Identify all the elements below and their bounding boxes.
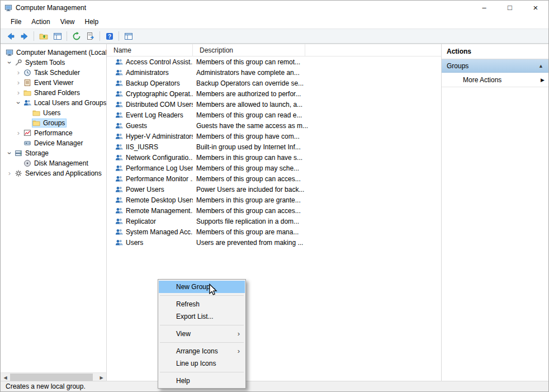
minimize-button[interactable]: –: [471, 1, 497, 15]
tree-item-content: Computer Management (Local: [5, 48, 107, 57]
actions-groups-header[interactable]: Groups ▲: [442, 59, 548, 73]
maximize-button[interactable]: □: [497, 1, 523, 15]
list-item-guests[interactable]: GuestsGuests have the same access as m..…: [107, 120, 441, 131]
list-item-remote-management[interactable]: Remote Management...Members of this grou…: [107, 205, 441, 216]
menu-action[interactable]: Action: [26, 16, 55, 28]
list-item-performance-monitor[interactable]: Performance Monitor ...Members of this g…: [107, 173, 441, 184]
expander-closed-icon[interactable]: ›: [5, 169, 14, 177]
status-text: Creates a new local group.: [6, 382, 86, 390]
context-menu-item-help[interactable]: Help: [159, 375, 245, 387]
expander-open-icon[interactable]: ›: [6, 58, 13, 67]
tree-item-storage[interactable]: ›Storage: [1, 148, 106, 158]
menu-separator: [160, 295, 244, 296]
tree-item-device-manager[interactable]: Device Manager: [1, 138, 106, 148]
list-item-backup-operators[interactable]: Backup OperatorsBackup Operators can ove…: [107, 78, 441, 88]
group-name-cell: System Managed Acc...: [107, 228, 193, 236]
tree-item-label: Services and Applications: [24, 169, 102, 177]
submenu-arrow-icon: ›: [238, 328, 240, 340]
export-list-icon: [86, 32, 95, 41]
group-description-cell: Backup Operators can override se...: [193, 79, 441, 87]
toolbar-separator: [119, 31, 119, 41]
group-icon: [115, 122, 123, 130]
list-item-power-users[interactable]: Power UsersPower Users are included for …: [107, 184, 441, 195]
list-item-hyper-v-administrators[interactable]: Hyper-V AdministratorsMembers of this gr…: [107, 131, 441, 141]
back-button[interactable]: [3, 30, 17, 42]
device-manager-icon: [23, 139, 31, 147]
console-tree: Computer Management (Local›System Tools›…: [1, 48, 106, 178]
tree-item-computer-management-local[interactable]: Computer Management (Local: [1, 48, 106, 58]
tree-item-label: Event Viewer: [33, 79, 73, 87]
expander-open-icon[interactable]: ›: [6, 149, 13, 158]
show-console-tree-button[interactable]: [50, 30, 64, 42]
list-item-system-managed-acc[interactable]: System Managed Acc...Members of this gro…: [107, 226, 441, 237]
list-item-remote-desktop-users[interactable]: Remote Desktop UsersMembers in this grou…: [107, 195, 441, 205]
expander-closed-icon[interactable]: ›: [14, 89, 23, 97]
context-menu-item-new-group[interactable]: New Group...: [159, 281, 245, 293]
event-viewer-icon: [23, 79, 31, 87]
context-menu-item-export-list[interactable]: Export List...: [159, 310, 245, 323]
close-button[interactable]: ×: [523, 1, 548, 15]
more-actions-label: More Actions: [463, 76, 501, 84]
list-item-access-control-assist[interactable]: Access Control Assist...Members of this …: [107, 56, 441, 67]
system-tools-icon: [15, 59, 22, 67]
column-header-name[interactable]: Name: [107, 44, 193, 56]
context-menu-item-line-up-icons[interactable]: Line up Icons: [159, 357, 245, 370]
storage-icon: [15, 149, 22, 157]
tree-item-label: System Tools: [24, 59, 65, 67]
expander-closed-icon[interactable]: ›: [14, 129, 23, 137]
folder-icon: [32, 119, 40, 127]
tree-item-task-scheduler[interactable]: ›Task Scheduler: [1, 68, 106, 78]
tree-item-content: Users: [32, 108, 62, 117]
list-item-cryptographic-operat[interactable]: Cryptographic Operat...Members are autho…: [107, 88, 441, 99]
tree-item-services-and-applications[interactable]: ›Services and Applications: [1, 168, 106, 178]
menu-help[interactable]: Help: [80, 16, 104, 28]
list-item-network-configuratio[interactable]: Network Configuratio...Members in this g…: [107, 152, 441, 163]
list-item-replicator[interactable]: ReplicatorSupports file replication in a…: [107, 216, 441, 226]
show-action-pane-button[interactable]: [121, 30, 135, 42]
context-menu-item-arrange-icons[interactable]: Arrange Icons›: [159, 345, 245, 357]
expander-closed-icon[interactable]: ›: [14, 69, 23, 77]
expander-open-icon[interactable]: ›: [15, 98, 22, 107]
more-actions-button[interactable]: More Actions ▶: [442, 73, 548, 87]
group-name: Backup Operators: [126, 79, 180, 87]
tree-item-event-viewer[interactable]: ›Event Viewer: [1, 78, 106, 88]
list-item-iis-iusrs[interactable]: IIS_IUSRSBuilt-in group used by Internet…: [107, 141, 441, 152]
tree-item-local-users-and-groups[interactable]: ›Local Users and Groups: [1, 98, 106, 108]
column-header-description[interactable]: Description: [193, 44, 305, 56]
tree-item-disk-management[interactable]: Disk Management: [1, 158, 106, 168]
help-button[interactable]: ?: [102, 30, 116, 42]
tree-item-performance[interactable]: ›Performance: [1, 128, 106, 138]
expander-closed-icon[interactable]: ›: [14, 79, 23, 87]
tree-item-label: Groups: [42, 119, 65, 127]
tree-item-shared-folders[interactable]: ›Shared Folders: [1, 88, 106, 98]
list-item-event-log-readers[interactable]: Event Log ReadersMembers of this group c…: [107, 110, 441, 120]
tree-item-system-tools[interactable]: ›System Tools: [1, 58, 106, 68]
refresh-button[interactable]: [69, 30, 83, 42]
export-list-button[interactable]: [83, 30, 97, 42]
context-menu-item-view[interactable]: View›: [159, 328, 245, 340]
group-icon: [115, 111, 123, 119]
scrollbar-thumb[interactable]: [10, 374, 93, 381]
tree-item-content: Task Scheduler: [23, 68, 82, 77]
actions-groups-label: Groups: [447, 62, 468, 70]
users-icon: [23, 99, 31, 107]
group-list-pane: NameDescription Access Control Assist...…: [107, 44, 442, 382]
list-item-users[interactable]: UsersUsers are prevented from making ...: [107, 237, 441, 248]
up-one-level-button[interactable]: [36, 30, 50, 42]
menu-file[interactable]: File: [6, 16, 26, 28]
list-item-performance-log-users[interactable]: Performance Log UsersMembers of this gro…: [107, 163, 441, 173]
toolbar-separator: [34, 31, 34, 41]
menu-view[interactable]: View: [55, 16, 80, 28]
list-item-administrators[interactable]: AdministratorsAdministrators have comple…: [107, 67, 441, 78]
group-name: Performance Log Users: [126, 164, 193, 172]
forward-button[interactable]: [17, 30, 31, 42]
submenu-arrow-icon: ›: [238, 345, 240, 357]
tree-item-groups[interactable]: Groups: [1, 118, 106, 128]
tree-item-label: Local Users and Groups: [33, 99, 106, 107]
list-item-distributed-com-users[interactable]: Distributed COM UsersMembers are allowed…: [107, 99, 441, 110]
context-menu-item-refresh[interactable]: Refresh: [159, 298, 245, 310]
collapse-up-icon[interactable]: ▲: [538, 63, 543, 69]
group-name-cell: Access Control Assist...: [107, 58, 193, 66]
window-controls: – □ ×: [471, 1, 548, 15]
tree-item-users[interactable]: Users: [1, 108, 106, 118]
